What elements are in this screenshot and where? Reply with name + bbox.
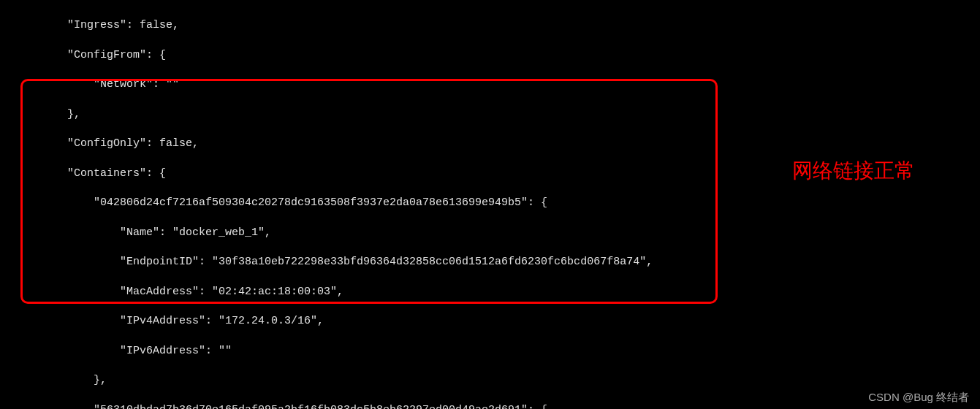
json-line: }, bbox=[0, 373, 980, 388]
annotation-label: 网络链接正常 bbox=[792, 157, 915, 185]
terminal-output: "Ingress": false, "ConfigFrom": { "Netwo… bbox=[0, 0, 980, 409]
json-line: "MacAddress": "02:42:ac:18:00:03", bbox=[0, 285, 980, 299]
json-line: "ConfigFrom": { bbox=[0, 48, 980, 63]
json-line: "042806d24cf7216af509304c20278dc9163508f… bbox=[0, 196, 980, 210]
json-line: "IPv4Address": "172.24.0.3/16", bbox=[0, 314, 980, 329]
json-line: "Network": "" bbox=[0, 77, 980, 92]
json-line: "EndpointID": "30f38a10eb722298e33bfd963… bbox=[0, 255, 980, 270]
json-line: "ConfigOnly": false, bbox=[0, 137, 980, 151]
watermark: CSDN @Bug 终结者 bbox=[868, 390, 969, 405]
json-line: "IPv6Address": "" bbox=[0, 344, 980, 359]
json-line: "Name": "docker_web_1", bbox=[0, 226, 980, 240]
json-line: }, bbox=[0, 107, 980, 122]
json-line: "Ingress": false, bbox=[0, 18, 980, 33]
json-line: "56310dbdad7b36d70e165daf095a2bf16fb083d… bbox=[0, 403, 980, 409]
